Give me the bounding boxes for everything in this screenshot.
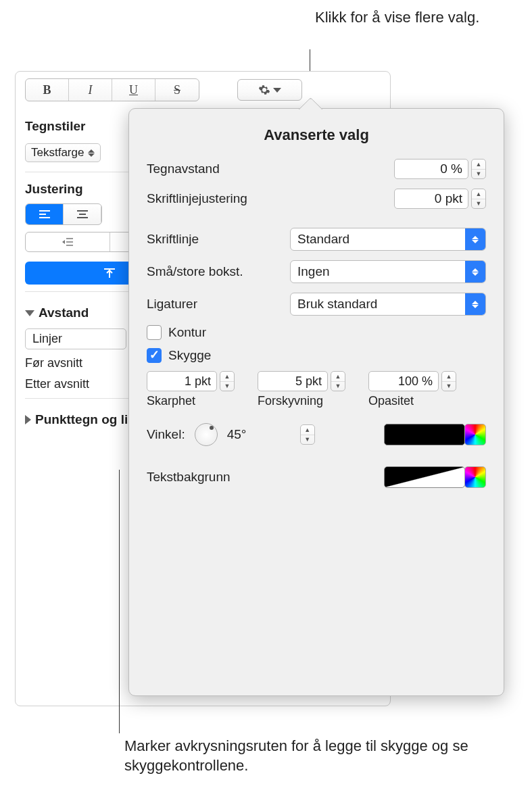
offset-field[interactable]: 5 pkt (258, 371, 328, 391)
stepper-up-icon: ▲ (301, 425, 314, 435)
opacity-stepper[interactable]: ▲ ▼ (441, 371, 456, 391)
spacing-label: Avstand (39, 305, 89, 320)
baseline-value: Standard (291, 232, 465, 247)
triangle-down-icon (25, 310, 34, 316)
lines-field[interactable]: Linjer (25, 328, 126, 349)
blur-stepper[interactable]: ▲ ▼ (220, 371, 235, 391)
alignment-segment (25, 203, 102, 225)
underline-button[interactable]: U (112, 79, 155, 101)
offset-stepper[interactable]: ▲ ▼ (331, 371, 345, 391)
character-spacing-value: 0 % (395, 162, 468, 176)
align-left-button[interactable] (26, 204, 64, 224)
advanced-options-popover: Avanserte valg Tegnavstand 0 % ▲ ▼ Skrif… (128, 108, 504, 696)
text-background-swatch[interactable] (384, 466, 465, 488)
text-color-label: Tekstfarge (31, 146, 84, 160)
popover-title: Avanserte valg (147, 126, 486, 144)
stepper-up-icon: ▲ (220, 372, 234, 382)
gear-icon (258, 84, 270, 96)
character-spacing-label: Tegnavstand (147, 162, 394, 176)
select-arrows-icon (465, 228, 485, 250)
baseline-shift-field[interactable]: 0 pkt (394, 189, 468, 209)
baseline-shift-value: 0 pkt (395, 191, 468, 206)
ligatures-label: Ligaturer (147, 297, 290, 312)
advanced-options-button[interactable] (237, 79, 302, 101)
stepper-up-icon: ▲ (472, 160, 485, 170)
character-spacing-field[interactable]: 0 % (394, 159, 468, 179)
opacity-label: Opasitet (368, 394, 414, 408)
text-background-label: Tekstbakgrunn (147, 470, 231, 485)
ligatures-value: Bruk standard (291, 297, 465, 312)
opacity-field[interactable]: 100 % (368, 371, 439, 391)
italic-button[interactable]: I (69, 79, 112, 101)
outdent-button[interactable] (26, 232, 110, 251)
callout-bottom: Marker avkrysningsruten for å legge til … (124, 737, 532, 775)
stepper-up-icon: ▲ (442, 372, 456, 382)
baseline-shift-stepper[interactable]: ▲ ▼ (471, 189, 486, 209)
text-style-segment: B I U S (25, 78, 199, 101)
shadow-label: Skygge (168, 348, 211, 363)
angle-field[interactable]: 45° (227, 427, 288, 442)
outdent-icon (62, 237, 74, 247)
stepper-down-icon: ▼ (331, 382, 345, 391)
chevron-down-icon (273, 88, 281, 93)
blur-field[interactable]: 1 pkt (147, 371, 217, 391)
color-picker-button[interactable] (464, 466, 486, 488)
capitalization-select[interactable]: Ingen (290, 260, 486, 283)
outline-checkbox[interactable] (147, 325, 162, 340)
shadow-color-swatch[interactable] (384, 424, 465, 445)
updown-icon (88, 149, 95, 157)
text-color-dropdown[interactable]: Tekstfarge (25, 143, 101, 162)
align-top-icon (103, 268, 116, 278)
strikethrough-button[interactable]: S (155, 79, 199, 101)
stepper-down-icon: ▼ (220, 382, 234, 391)
angle-stepper[interactable]: ▲ ▼ (300, 424, 315, 445)
angle-dial[interactable] (195, 423, 218, 446)
select-arrows-icon (465, 293, 485, 315)
select-arrows-icon (465, 261, 485, 283)
triangle-right-icon (25, 415, 31, 424)
baseline-label: Skriftlinje (147, 232, 290, 247)
align-center-icon (76, 210, 89, 219)
offset-label: Forskyvning (258, 394, 323, 408)
stepper-up-icon: ▲ (472, 189, 485, 199)
stepper-down-icon: ▼ (472, 199, 485, 209)
baseline-shift-label: Skriftlinjejustering (147, 191, 394, 206)
capitalization-value: Ingen (291, 264, 465, 279)
blur-label: Skarphet (147, 394, 195, 408)
stepper-down-icon: ▼ (472, 170, 485, 179)
bold-button[interactable]: B (26, 79, 69, 101)
stepper-up-icon: ▲ (331, 372, 345, 382)
stepper-down-icon: ▼ (442, 382, 456, 391)
baseline-select[interactable]: Standard (290, 228, 486, 251)
outline-label: Kontur (168, 325, 206, 340)
capitalization-label: Små/store bokst. (147, 264, 290, 279)
ligatures-select[interactable]: Bruk standard (290, 293, 486, 316)
align-left-icon (38, 210, 51, 219)
stepper-down-icon: ▼ (301, 435, 314, 445)
callout-line-bottom (119, 470, 120, 733)
character-spacing-stepper[interactable]: ▲ ▼ (471, 159, 486, 179)
align-center-button[interactable] (64, 204, 101, 224)
color-picker-button[interactable] (464, 424, 486, 445)
callout-top: Klikk for å vise flere valg. (315, 8, 479, 27)
angle-label: Vinkel: (147, 427, 185, 442)
shadow-checkbox[interactable] (147, 348, 162, 363)
